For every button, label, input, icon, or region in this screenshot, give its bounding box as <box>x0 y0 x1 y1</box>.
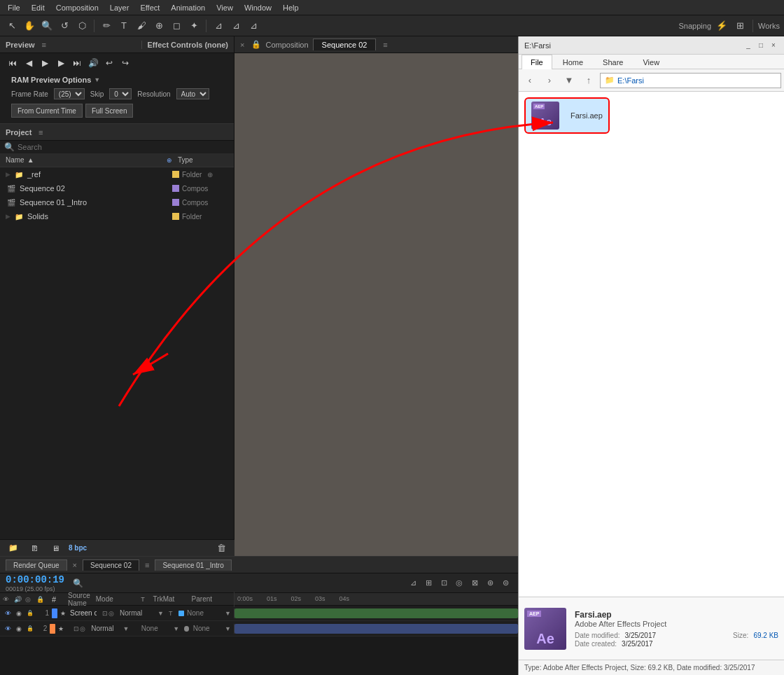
comp-close-icon[interactable]: × <box>240 41 244 49</box>
project-item-seq02[interactable]: 🎬 Sequence 02 Compos <box>0 181 234 195</box>
menu-composition[interactable]: Composition <box>51 2 104 13</box>
nav-back-btn[interactable]: ‹ <box>522 72 538 89</box>
layer-2-audio[interactable]: ◉ <box>14 624 24 634</box>
toolbar-zoom[interactable]: 🔍 <box>39 18 55 34</box>
layer-1-switch-2[interactable]: ◎ <box>108 610 114 617</box>
ram-preview-dropdown[interactable]: ▼ <box>94 76 100 83</box>
transport-loop-back[interactable]: ↩ <box>102 56 116 70</box>
resolution-select[interactable]: Auto <box>176 88 209 99</box>
toolbar-clone[interactable]: ⊕ <box>151 18 167 34</box>
timeline-layer-1[interactable]: 👁 ◉ 🔒 1 ★ Screen change ⊡ ◎ Normal ▼ T N… <box>0 606 518 621</box>
toolbar-align1[interactable]: ⊿ <box>211 18 226 34</box>
expand-arrow-ref[interactable]: ▶ <box>6 171 10 178</box>
toolbar-rotate[interactable]: ↺ <box>57 18 72 34</box>
layer-2-mode-dropdown[interactable]: ▼ <box>123 625 130 632</box>
layer-1-audio[interactable]: ◉ <box>14 608 24 618</box>
full-screen-btn[interactable]: Full Screen <box>85 104 134 118</box>
toolbar-select[interactable]: ↖ <box>4 18 20 34</box>
layer-2-lock[interactable]: 🔒 <box>25 624 35 634</box>
file-item-farsi[interactable]: AEP Ae Farsi.aep <box>524 97 610 134</box>
snapping-toggle[interactable]: ⚡ <box>714 18 729 34</box>
transport-loop-fwd[interactable]: ↪ <box>118 56 132 70</box>
explorer-maximize-btn[interactable]: □ <box>756 41 766 50</box>
timeline-tool-1[interactable]: ⊿ <box>406 576 420 590</box>
layer-2-parent-dropdown[interactable]: ▼ <box>225 625 231 632</box>
timeline-tab-menu-seq02[interactable]: ≡ <box>145 561 149 569</box>
ribbon-tab-view[interactable]: View <box>634 55 668 69</box>
menu-layer[interactable]: Layer <box>105 2 134 13</box>
toolbar-brush[interactable]: 🖌 <box>134 18 149 34</box>
menu-edit[interactable]: Edit <box>27 2 50 13</box>
project-item-seq01[interactable]: 🎬 Sequence 01 _Intro Compos <box>0 195 234 209</box>
address-bar[interactable]: 📁 E:\Farsi <box>600 73 781 88</box>
menu-file[interactable]: File <box>3 2 25 13</box>
transport-next-frame[interactable]: ▶ <box>54 56 68 70</box>
timeline-tool-6[interactable]: ⊛ <box>483 576 497 590</box>
trash-btn[interactable]: 🗑 <box>214 541 229 556</box>
toolbar-camera[interactable]: ⬡ <box>74 18 90 34</box>
timeline-tool-3[interactable]: ⊡ <box>437 576 451 590</box>
layer-1-switch-1[interactable]: ⊡ <box>102 610 108 617</box>
layer-1-mode-dropdown[interactable]: ▼ <box>158 610 166 617</box>
file-size-value: 69.2 KB <box>753 632 778 639</box>
project-panel-menu[interactable]: ≡ <box>36 127 46 137</box>
nav-up-btn[interactable]: ↑ <box>580 72 597 89</box>
layer-2-switch-1[interactable]: ⊡ <box>74 625 79 632</box>
layer-1-lock[interactable]: 🔒 <box>25 608 35 618</box>
project-item-solids[interactable]: ▶ 📁 Solids Folder <box>0 209 234 223</box>
layer-2-trkmat-dropdown[interactable]: ▼ <box>173 625 180 632</box>
preview-panel-menu[interactable]: ≡ <box>39 40 49 50</box>
column-header-name[interactable]: Name ▲ ⊕ <box>0 156 178 164</box>
ribbon-tab-share[interactable]: Share <box>594 55 632 69</box>
project-search-input[interactable] <box>18 143 144 151</box>
timeline-tool-2[interactable]: ⊞ <box>421 576 435 590</box>
timeline-tab-seq02[interactable]: Sequence 02 <box>83 559 139 571</box>
project-item-ref[interactable]: ▶ 📁 _ref Folder ⊕ <box>0 167 234 181</box>
frame-rate-select[interactable]: (25) <box>54 88 85 99</box>
column-header-type[interactable]: Type <box>178 156 234 164</box>
timeline-tab-close1[interactable]: × <box>73 561 77 569</box>
menu-animation[interactable]: Animation <box>166 2 210 13</box>
skip-select[interactable]: 0 <box>109 88 132 99</box>
new-comp-btn[interactable]: 🖹 <box>27 541 42 556</box>
ribbon-tab-file[interactable]: File <box>522 55 552 69</box>
timeline-tool-7[interactable]: ⊜ <box>498 576 512 590</box>
explorer-close-btn[interactable]: × <box>769 41 778 50</box>
timeline-tab-seq01[interactable]: Sequence 01 _Intro <box>155 559 231 571</box>
comp-panel-menu[interactable]: ≡ <box>380 40 390 50</box>
from-current-time-btn[interactable]: From Current Time <box>11 104 83 118</box>
snapping-options[interactable]: ⊞ <box>732 18 748 34</box>
toolbar-puppet[interactable]: ✦ <box>186 18 202 34</box>
toolbar-hand[interactable]: ✋ <box>22 18 37 34</box>
timeline-tab-render[interactable]: Render Queue <box>6 559 67 571</box>
layer-1-parent-dropdown[interactable]: ▼ <box>225 610 231 617</box>
nav-forward-btn[interactable]: › <box>541 72 558 89</box>
new-footage-btn[interactable]: 🖥 <box>48 541 63 556</box>
transport-to-end[interactable]: ⏭ <box>70 56 84 70</box>
timeline-tool-4[interactable]: ◎ <box>452 576 466 590</box>
toolbar-text[interactable]: T <box>116 18 132 34</box>
menu-help[interactable]: Help <box>278 2 304 13</box>
ribbon-tab-home[interactable]: Home <box>554 55 592 69</box>
layer-2-switch-2[interactable]: ◎ <box>80 625 85 632</box>
layer-2-visibility[interactable]: 👁 <box>3 624 13 634</box>
transport-play[interactable]: ▶ <box>38 56 52 70</box>
timeline-tool-5[interactable]: ⊠ <box>468 576 482 590</box>
transport-prev-frame[interactable]: ◀ <box>22 56 36 70</box>
timeline-layer-2[interactable]: 👁 ◉ 🔒 2 ★ Securit... and Apps.mp4 ⊡ ◎ No… <box>0 621 518 636</box>
transport-audio[interactable]: 🔊 <box>86 56 100 70</box>
transport-to-start[interactable]: ⏮ <box>6 56 20 70</box>
new-folder-btn[interactable]: 📁 <box>6 541 21 556</box>
toolbar-align2[interactable]: ⊿ <box>228 18 244 34</box>
layer-1-visibility[interactable]: 👁 <box>3 608 13 618</box>
toolbar-align3[interactable]: ⊿ <box>246 18 261 34</box>
toolbar-eraser[interactable]: ◻ <box>169 18 184 34</box>
comp-tab-seq02[interactable]: Sequence 02 <box>313 39 377 50</box>
menu-effect[interactable]: Effect <box>135 2 164 13</box>
expand-arrow-solids[interactable]: ▶ <box>6 213 10 220</box>
toolbar-pen[interactable]: ✏ <box>99 18 114 34</box>
menu-window[interactable]: Window <box>239 2 276 13</box>
explorer-minimize-btn[interactable]: _ <box>743 41 753 50</box>
nav-dropdown-btn[interactable]: ▼ <box>561 72 578 89</box>
menu-view[interactable]: View <box>211 2 238 13</box>
